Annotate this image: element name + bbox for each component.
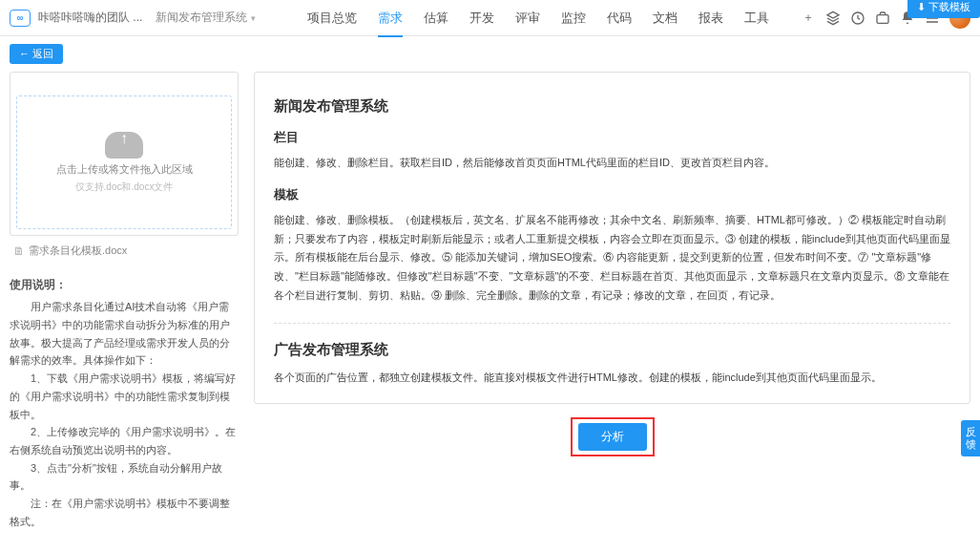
tab-estimate[interactable]: 估算 [424,0,448,36]
upload-text: 点击上传或将文件拖入此区域 [56,162,193,177]
analyze-highlight: 分析 [571,417,655,456]
tab-develop[interactable]: 开发 [469,0,494,36]
briefcase-icon[interactable] [875,11,890,26]
preview-box: 新闻发布管理系统 栏目 能创建、修改、删除栏目。获取栏目ID，然后能修改首页页面… [254,72,970,404]
clock-icon[interactable] [850,11,865,26]
main: ⬇ 下载模板 点击上传或将文件拖入此区域 仅支持.doc和.docx文件 🗎 需… [0,72,980,549]
preview-sec1-body: 能创建、修改、删除栏目。获取栏目ID，然后能修改首页页面HTML代码里面的栏目I… [274,154,950,173]
uploaded-file-name: 需求条目化模板.docx [29,244,127,258]
upload-wrap: 点击上传或将文件拖入此区域 仅支持.doc和.docx文件 [10,72,239,236]
analyze-row: 分析 [254,417,970,456]
preview-title-2: 广告发布管理系统 [274,341,950,359]
back-button[interactable]: ← 返回 [10,44,63,64]
instructions-title: 使用说明： [10,275,239,294]
feedback-tab[interactable]: 反馈 [961,420,980,456]
instructions-step-2: 2、上传修改完毕的《用户需求说明书》。在右侧系统自动预览出说明书的内容。 [10,423,239,458]
team-name[interactable]: 咔嗒咔嗒嗨的团队 ... [38,10,142,26]
plus-icon[interactable]: ＋ [801,11,816,26]
instructions-step-1: 1、下载《用户需求说明书》模板，将编写好的《用户需求说明书》中的功能性需求复制到… [10,370,239,423]
preview-sec2-body: 能创建、修改、删除模板。（创建模板后，英文名、扩展名不能再修改；其余中文名、刷新… [274,211,950,306]
logo-icon[interactable]: ∞ [10,10,31,27]
tab-tools[interactable]: 工具 [744,0,769,36]
chevron-down-icon: ▾ [251,13,256,23]
instructions: 使用说明： 用户需求条目化通过AI技术自动将《用户需求说明书》中的功能需求自动拆… [10,275,239,530]
tab-code[interactable]: 代码 [607,0,632,36]
divider [274,323,950,324]
instructions-step-3: 3、点击"分析"按钮，系统自动分解用户故事。 [10,459,239,495]
tab-review[interactable]: 评审 [515,0,540,36]
upload-hint: 仅支持.doc和.docx文件 [75,180,174,194]
preview-body-2: 各个页面的广告位置，都独立创建模板文件。能直接对模板文件进行HTML修改。创建的… [274,369,950,388]
instructions-note: 注：在《用户需求说明书》模板中不要调整格式。 [10,495,239,530]
tab-overview[interactable]: 项目总览 [307,0,357,36]
project-name: 新闻发布管理系统 [156,10,247,26]
tab-reports[interactable]: 报表 [699,0,723,36]
instructions-intro: 用户需求条目化通过AI技术自动将《用户需求说明书》中的功能需求自动拆分为标准的用… [10,298,239,370]
file-icon: 🗎 [13,244,25,258]
project-selector[interactable]: 新闻发布管理系统 ▾ [150,8,261,28]
nav-tabs: 项目总览 需求 估算 开发 评审 监控 代码 文档 报表 工具 [307,0,793,36]
left-panel: ⬇ 下载模板 点击上传或将文件拖入此区域 仅支持.doc和.docx文件 🗎 需… [10,72,239,530]
upload-dropzone[interactable]: 点击上传或将文件拖入此区域 仅支持.doc和.docx文件 [16,95,232,229]
cloud-upload-icon [105,132,143,159]
svg-rect-1 [877,14,888,23]
preview-title-1: 新闻发布管理系统 [274,97,950,116]
preview-sec1-title: 栏目 [274,129,950,146]
analyze-button[interactable]: 分析 [578,423,647,451]
download-template-button[interactable]: ⬇ 下载模板 [907,0,980,18]
right-panel: 新闻发布管理系统 栏目 能创建、修改、删除栏目。获取栏目ID，然后能修改首页页面… [254,72,970,530]
stack-icon[interactable] [825,11,841,26]
tab-monitor[interactable]: 监控 [561,0,586,36]
back-row: ← 返回 [0,36,980,72]
top-bar: ∞ 咔嗒咔嗒嗨的团队 ... 新闻发布管理系统 ▾ 项目总览 需求 估算 开发 … [0,0,980,36]
preview-sec2-title: 模板 [274,186,950,203]
tab-requirements[interactable]: 需求 [378,0,403,36]
uploaded-file[interactable]: 🗎 需求条目化模板.docx [10,242,239,260]
tab-docs[interactable]: 文档 [653,0,678,36]
download-template-wrap: ⬇ 下载模板 [907,0,980,18]
